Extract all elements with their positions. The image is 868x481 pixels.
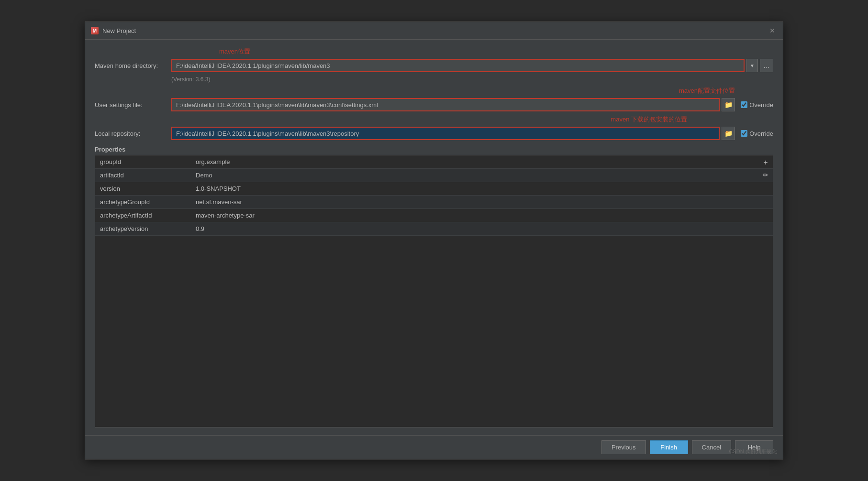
properties-header: Properties	[95, 146, 773, 153]
user-settings-input[interactable]	[171, 98, 720, 111]
title-bar-left: M New Project	[91, 27, 136, 34]
dialog-title: New Project	[102, 27, 136, 34]
properties-container: + ✏ groupIdorg.exampleartifactIdDemovers…	[95, 155, 773, 427]
user-settings-label: User settings file:	[95, 101, 171, 109]
maven-home-input[interactable]	[171, 59, 745, 72]
property-key: archetypeArtifactId	[95, 209, 191, 222]
property-key: artifactId	[95, 169, 191, 182]
table-row[interactable]: artifactIdDemo	[95, 169, 773, 182]
property-value: maven-archetype-sar	[191, 209, 773, 222]
title-bar: M New Project ✕	[85, 22, 783, 40]
user-settings-override-checkbox[interactable]	[741, 101, 747, 108]
table-row[interactable]: version1.0-SNAPSHOT	[95, 182, 773, 196]
local-repo-override-group: Override	[741, 130, 773, 137]
app-icon: M	[91, 27, 99, 34]
dialog-footer: Previous Finish Cancel Help	[85, 435, 783, 459]
local-repo-label: Local repository:	[95, 130, 171, 137]
property-value: 0.9	[191, 222, 773, 236]
watermark: CSDN @肝到肝硬化	[729, 448, 777, 455]
maven-home-annotation: maven位置	[219, 47, 250, 56]
property-key: archetypeGroupId	[95, 196, 191, 209]
property-key: groupId	[95, 155, 191, 169]
maven-home-folder-btn[interactable]: …	[760, 59, 773, 72]
table-row[interactable]: archetypeVersion0.9	[95, 222, 773, 236]
table-row[interactable]: groupIdorg.example	[95, 155, 773, 169]
maven-home-label: Maven home directory:	[95, 62, 171, 69]
user-settings-input-group: 📁 Override	[171, 98, 773, 111]
maven-home-dropdown-btn[interactable]: ▼	[746, 59, 758, 72]
property-value: org.example	[191, 155, 773, 169]
maven-repo-annotation: maven 下载的包安装的位置	[611, 115, 687, 124]
maven-home-input-group: ▼ …	[171, 59, 773, 72]
local-repo-override-checkbox[interactable]	[741, 130, 747, 137]
property-key: archetypeVersion	[95, 222, 191, 236]
user-settings-override-group: Override	[741, 101, 773, 109]
user-settings-override-label: Override	[749, 101, 773, 109]
close-button[interactable]: ✕	[768, 26, 777, 35]
properties-section: Properties + ✏ groupIdorg.exampleartifac…	[95, 146, 773, 427]
user-settings-folder-btn[interactable]: 📁	[722, 98, 735, 111]
property-value: Demo	[191, 169, 773, 182]
table-row[interactable]: archetypeGroupIdnet.sf.maven-sar	[95, 196, 773, 209]
local-repo-row: Local repository: 📁 Override	[95, 127, 773, 140]
add-property-button[interactable]: +	[760, 157, 771, 168]
version-text: (Version: 3.6.3)	[171, 76, 773, 83]
edit-property-button[interactable]: ✏	[760, 170, 771, 180]
properties-empty-area	[95, 236, 773, 427]
local-repo-input[interactable]	[171, 127, 720, 140]
property-key: version	[95, 182, 191, 196]
finish-button[interactable]: Finish	[650, 440, 688, 454]
property-value: 1.0-SNAPSHOT	[191, 182, 773, 196]
local-repo-override-label: Override	[749, 130, 773, 137]
local-repo-folder-btn[interactable]: 📁	[722, 127, 735, 140]
maven-home-row: Maven home directory: ▼ …	[95, 59, 773, 72]
cancel-button[interactable]: Cancel	[692, 440, 731, 454]
property-value: net.sf.maven-sar	[191, 196, 773, 209]
new-project-dialog: M New Project ✕ maven位置 Maven home direc…	[85, 22, 783, 459]
dialog-content: maven位置 Maven home directory: ▼ … (Versi…	[85, 40, 783, 435]
previous-button[interactable]: Previous	[601, 440, 646, 454]
user-settings-row: User settings file: 📁 Override	[95, 98, 773, 111]
table-row[interactable]: archetypeArtifactIdmaven-archetype-sar	[95, 209, 773, 222]
local-repo-input-group: 📁 Override	[171, 127, 773, 140]
maven-config-annotation: maven配置文件位置	[679, 87, 735, 95]
properties-table: groupIdorg.exampleartifactIdDemoversion1…	[95, 155, 773, 236]
